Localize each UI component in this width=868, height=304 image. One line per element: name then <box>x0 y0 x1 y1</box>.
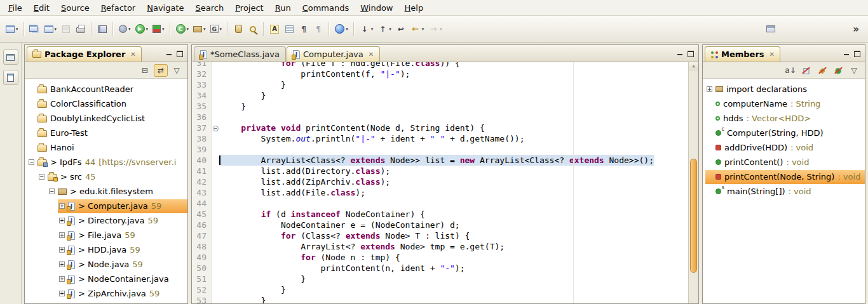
print-button[interactable] <box>74 21 88 37</box>
expand-icon[interactable]: + <box>59 232 65 238</box>
prev-annotation-button[interactable]: ↑▾ <box>376 21 393 37</box>
mark-occurrences-button[interactable]: A <box>268 21 281 37</box>
collapse-region-icon[interactable]: − <box>213 126 219 131</box>
menu-search[interactable]: Search <box>190 1 230 15</box>
menu-edit[interactable]: Edit <box>28 1 55 15</box>
new-class-button[interactable]: C▾ <box>174 21 191 37</box>
collapse-icon[interactable]: − <box>29 159 34 165</box>
code-line-32[interactable]: 32 printContent(f, "|-"); <box>192 69 688 79</box>
editor-scrollbar[interactable]: ▲ <box>688 62 698 303</box>
open-perspective-button[interactable] <box>95 21 109 37</box>
member-item[interactable]: addDrive(HDD): void <box>703 140 865 155</box>
code-line-48[interactable]: 48 ArrayList<? extends Node> tmp = e.get… <box>192 241 688 252</box>
code-line-39[interactable]: 39 <box>192 144 688 155</box>
dropdown-arrow-icon[interactable]: ▾ <box>162 27 165 32</box>
member-item[interactable]: printContent(): void <box>703 155 865 169</box>
tree-item[interactable]: −> edu.kit.filesystem <box>25 184 187 199</box>
maximize-members-icon[interactable] <box>853 49 862 58</box>
code-line-42[interactable]: 42 list.add(ZipArchiv.class); <box>192 176 688 187</box>
sort-members-button[interactable]: a↓ <box>783 64 797 77</box>
dropdown-arrow-icon[interactable]: ▾ <box>389 27 391 32</box>
collapse-all-button[interactable]: ⊟ <box>138 64 152 77</box>
code-line-47[interactable]: 47 for (Class<? extends Node> T : list) … <box>192 230 688 241</box>
code-line-51[interactable]: 51 } <box>192 274 688 284</box>
maximize-view-icon[interactable] <box>175 49 184 58</box>
external-tools-button[interactable]: ▾ <box>117 21 133 37</box>
tree-item[interactable]: −> src45 <box>25 169 187 184</box>
package-explorer-tab[interactable]: Package Explorer ✕ <box>27 46 142 62</box>
menu-source[interactable]: Source <box>55 1 95 15</box>
code-line-31[interactable]: 31 for (File f : hdd.get(File.class)) { <box>192 62 688 69</box>
expand-icon[interactable]: + <box>59 218 65 223</box>
restore-view-button[interactable] <box>3 50 18 65</box>
last-edit-location-button[interactable]: ↩ <box>394 21 408 37</box>
close-members-view-icon[interactable]: ✕ <box>770 51 775 58</box>
tree-item[interactable]: +J> Node.java59 <box>25 257 187 272</box>
member-item[interactable]: smain(String[]): void <box>703 184 865 199</box>
code-line-49[interactable]: 49 for (Node n : tmp) { <box>192 252 688 263</box>
maximize-editor-icon[interactable] <box>686 49 695 58</box>
code-line-40[interactable]: 40 ArrayList<Class<? extends Node>> list… <box>192 155 688 166</box>
tree-item[interactable]: +J> Directory.java59 <box>25 213 187 228</box>
dropdown-arrow-icon[interactable]: ▾ <box>55 27 57 32</box>
tree-item[interactable]: BankAccountReader <box>25 82 187 96</box>
editor-presentation-button[interactable] <box>764 21 778 37</box>
show-print-margin-button[interactable]: ¶ <box>311 21 325 37</box>
minimize-editor-icon[interactable] <box>675 49 684 58</box>
menu-file[interactable]: File <box>3 1 28 15</box>
open-editor-strip-button[interactable] <box>3 70 18 85</box>
expand-icon[interactable]: + <box>59 276 65 282</box>
dropdown-arrow-icon[interactable]: ▾ <box>440 27 442 32</box>
menu-project[interactable]: Project <box>229 1 269 15</box>
collapse-icon[interactable]: − <box>39 174 44 180</box>
close-view-icon[interactable]: ✕ <box>130 51 135 58</box>
tree-item[interactable]: +J> NodeContainer.java <box>25 272 187 286</box>
editor-tab-someclassjava[interactable]: J*SomeClass.java <box>194 46 286 62</box>
tree-item[interactable]: ColorClassification <box>25 96 187 111</box>
code-line-46[interactable]: 46 NodeContainer e = (NodeContainer) d; <box>192 220 688 230</box>
expand-icon[interactable]: + <box>59 291 65 296</box>
code-line-34[interactable]: 34 } <box>192 90 688 101</box>
hide-nonpublic-button[interactable]: ● <box>831 64 845 77</box>
menu-refactor[interactable]: Refactor <box>95 1 142 15</box>
close-tab-icon[interactable]: ✕ <box>369 51 374 58</box>
menu-help[interactable]: Help <box>399 1 430 15</box>
scrollbar-thumb[interactable] <box>690 159 697 273</box>
link-with-editor-button[interactable]: ⇄ <box>154 64 168 77</box>
code-line-53[interactable]: 53 } <box>192 295 688 303</box>
new-editor-button[interactable]: ▾ <box>43 21 59 37</box>
code-line-35[interactable]: 35 } <box>192 101 688 112</box>
code-line-41[interactable]: 41 list.add(Directory.class); <box>192 166 688 176</box>
hide-fields-button[interactable]: □ <box>799 64 813 77</box>
dropdown-arrow-icon[interactable]: ▾ <box>422 27 424 32</box>
save-button[interactable] <box>59 21 73 37</box>
code-editor[interactable]: 31 for (File f : hdd.get(File.class)) {3… <box>192 62 698 303</box>
open-browser-button[interactable]: ▾ <box>333 21 350 37</box>
tree-item[interactable]: +J> File.java59 <box>25 228 187 242</box>
expand-icon[interactable]: + <box>59 203 65 209</box>
menu-commands[interactable]: Commands <box>297 1 355 15</box>
show-selected-element-button[interactable] <box>282 21 296 37</box>
code-line-45[interactable]: 45 if (d instanceof NodeContainer) { <box>192 209 688 220</box>
collapse-icon[interactable]: − <box>49 188 55 194</box>
member-item[interactable]: printContent(Node, String): void <box>703 169 865 184</box>
code-line-36[interactable]: 36 <box>192 112 688 122</box>
tree-item[interactable]: −> IpdFs44[https://svnserver.i <box>25 155 187 169</box>
tree-item[interactable]: Hanoi <box>25 140 187 155</box>
tree-item[interactable]: +J> HDD.java59 <box>25 242 187 257</box>
members-tab[interactable]: Members ✕ <box>705 46 780 62</box>
dropdown-arrow-icon[interactable]: ▾ <box>220 27 222 32</box>
dropdown-arrow-icon[interactable]: ▾ <box>346 27 348 32</box>
hide-static-button[interactable]: ◆ <box>815 64 829 77</box>
editor-tab-computerjava[interactable]: JComputer.java✕ <box>287 46 380 62</box>
search-button[interactable] <box>246 21 260 37</box>
dropdown-arrow-icon[interactable]: ▾ <box>16 27 18 32</box>
menu-navigate[interactable]: Navigate <box>141 1 189 15</box>
run-button[interactable]: ▶▾ <box>133 21 151 37</box>
generate-button[interactable]: G▾ <box>208 21 224 37</box>
tree-item[interactable]: +J> ZipArchiv.java59 <box>25 286 187 301</box>
new-window-button[interactable] <box>28 21 42 37</box>
next-annotation-button[interactable]: ↓▾ <box>358 21 376 37</box>
code-line-43[interactable]: 43 list.add(File.class); <box>192 187 688 198</box>
dropdown-arrow-icon[interactable]: ▾ <box>146 27 149 32</box>
